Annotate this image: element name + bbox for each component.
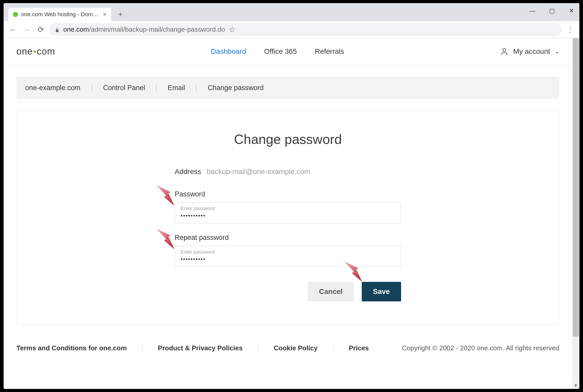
browser-menu-icon[interactable]: ⋮ [564,24,576,35]
svg-point-0 [503,48,506,51]
password-field-group: Password Enter password •••••••••• [175,190,401,223]
forward-button[interactable]: → [21,24,32,35]
scroll-down-icon[interactable]: ▼ [572,382,579,389]
site-header: onecom Dashboard Office 365 Referrals My… [4,38,572,65]
cancel-button[interactable]: Cancel [308,282,354,301]
browser-window: one.com Web hosting - Domain × + — ▢ ✕ ←… [4,3,579,389]
back-button[interactable]: ← [7,24,19,35]
footer-separator [142,343,143,353]
repeat-password-field-group: Repeat password Enter password •••••••••… [175,234,401,267]
scrollbar-thumb[interactable] [573,38,579,337]
browser-tab-strip: one.com Web hosting - Domain × + — ▢ ✕ [4,3,579,21]
nav-referrals[interactable]: Referrals [315,47,344,56]
logo-text-suffix: com [37,46,55,57]
my-account-menu[interactable]: My account ⌄ [500,47,559,56]
bookmark-star-icon[interactable]: ☆ [229,25,236,34]
breadcrumb-separator: | [155,83,157,92]
repeat-password-input[interactable]: Enter password •••••••••• [175,246,401,267]
chevron-down-icon: ⌄ [555,48,559,55]
url-text: one.com/admin/mail/backup-mail/change-pa… [63,25,225,33]
breadcrumb-separator: | [91,83,93,92]
tab-favicon [13,12,18,17]
tab-title: one.com Web hosting - Domain [21,11,100,18]
reload-button[interactable]: ⟳ [35,24,46,35]
breadcrumb-separator: | [195,83,197,92]
password-input[interactable]: Enter password •••••••••• [175,202,401,223]
annotation-arrow-icon [154,182,175,208]
repeat-password-placeholder: Enter password [181,249,395,255]
footer-prices[interactable]: Prices [349,344,369,352]
footer-terms[interactable]: Terms and Conditions for one.com [16,344,127,352]
footer-cookie[interactable]: Cookie Policy [274,344,318,352]
password-placeholder: Enter password [181,206,395,211]
browser-tab[interactable]: one.com Web hosting - Domain × [8,8,111,21]
page-viewport: ▲ ▼ onecom Dashboard Office 365 Referral… [4,38,579,389]
save-button[interactable]: Save [362,282,401,301]
breadcrumb-change-password[interactable]: Change password [208,84,264,92]
page-title: Change password [32,132,544,147]
repeat-password-label: Repeat password [175,234,401,242]
footer-policies[interactable]: Product & Privacy Policies [158,344,243,352]
user-icon [500,47,509,56]
minimize-icon[interactable]: — [526,6,539,16]
footer-copyright: Copyright © 2002 - 2020 one.com. All rig… [402,344,559,352]
logo-text-prefix: one [16,46,33,57]
new-tab-button[interactable]: + [115,9,126,20]
close-window-icon[interactable]: ✕ [565,6,578,16]
svg-marker-2 [156,229,174,249]
repeat-password-value: •••••••••• [181,255,395,263]
change-password-card: Change password Address backup-mail@one-… [16,111,559,325]
main-nav: Dashboard Office 365 Referrals [55,47,500,56]
logo-dot-icon [33,50,36,53]
breadcrumb-email[interactable]: Email [168,84,185,92]
footer-separator [333,343,333,353]
breadcrumb-control-panel[interactable]: Control Panel [103,84,145,92]
nav-dashboard[interactable]: Dashboard [211,47,246,56]
lock-icon [55,27,60,33]
site-footer: Terms and Conditions for one.com Product… [16,343,559,353]
nav-office365[interactable]: Office 365 [264,47,297,56]
breadcrumb: one-example.com | Control Panel | Email … [16,77,559,99]
browser-address-bar: ← → ⟳ one.com/admin/mail/backup-mail/cha… [4,21,579,38]
password-value: •••••••••• [181,211,395,219]
svg-marker-1 [156,185,174,206]
address-value: backup-mail@one-example.com [207,168,310,176]
annotation-arrow-icon [154,226,175,252]
footer-separator [258,343,258,353]
form: Address backup-mail@one-example.com Pass… [175,168,401,301]
address-row: Address backup-mail@one-example.com [175,168,401,176]
vertical-scrollbar[interactable]: ▲ ▼ [572,38,579,389]
form-buttons: Cancel Save [175,282,401,301]
maximize-icon[interactable]: ▢ [545,6,558,16]
breadcrumb-domain[interactable]: one-example.com [25,84,81,92]
site-logo[interactable]: onecom [16,46,55,57]
password-label: Password [175,190,401,198]
url-field[interactable]: one.com/admin/mail/backup-mail/change-pa… [49,23,562,36]
my-account-label: My account [513,47,550,56]
close-tab-icon[interactable]: × [103,11,107,18]
window-controls: — ▢ ✕ [526,6,578,16]
address-label: Address [175,168,201,176]
